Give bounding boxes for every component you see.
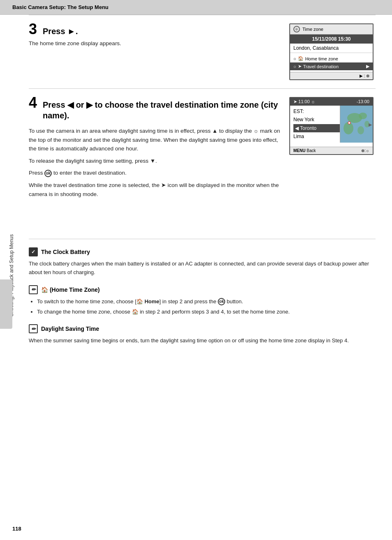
page-header: Basic Camera Setup: The Setup Menu xyxy=(0,0,392,15)
screen1-title: Time zone xyxy=(302,27,323,32)
circle-icon: ○ xyxy=(293,56,296,61)
note-daylight-body: When the summer saving time begins or en… xyxy=(29,337,376,345)
note-home-bullet-2: To change the home time zone, choose 🏠 i… xyxy=(37,308,376,316)
screen1-option-home: ○ 🏠 Home time zone xyxy=(290,55,373,62)
screen2-footer: MENU Back ⊕:☼ xyxy=(290,147,373,154)
screen2-city-lima: Lima xyxy=(293,134,304,139)
note-daylight-text: When the summer saving time begins or en… xyxy=(29,337,376,345)
note-home-timezone-body: To switch to the home time zone, choose … xyxy=(29,298,376,316)
page-number: 118 xyxy=(12,526,21,532)
note-daylight-heading: ✏ Daylight Saving Time xyxy=(29,324,376,333)
pencil-icon-1: ✏ xyxy=(29,285,38,294)
screen1-options: ○ 🏠 Home time zone ○ ➤ Travel destinatio… xyxy=(290,53,373,72)
svg-point-6 xyxy=(348,122,350,124)
step-4-body: To use the camera in an area where dayli… xyxy=(29,127,281,198)
screen1-city: London, Casablanca xyxy=(290,44,373,53)
note-daylight-saving: ✏ Daylight Saving Time When the summer s… xyxy=(29,324,376,345)
ok-btn-inline-1: ok xyxy=(218,298,225,305)
step-4-number: 4 xyxy=(29,95,37,110)
step-3-para: The home time zone display appears. xyxy=(29,39,281,48)
note-daylight-title: Daylight Saving Time xyxy=(41,325,99,332)
note-home-bullet-1: To switch to the home time zone, choose … xyxy=(37,298,376,306)
globe-icon: ⊕ xyxy=(293,26,300,32)
note-clock-battery: ✓ The Clock Battery The clock battery ch… xyxy=(29,247,376,277)
note-home-timezone-title: 🏠 (Home Time Zone) xyxy=(41,286,100,293)
svg-point-4 xyxy=(357,126,364,134)
arrow-icon: ➤ xyxy=(298,64,302,69)
notes-section: ✓ The Clock Battery The clock battery ch… xyxy=(29,239,376,362)
checkmark-icon: ✓ xyxy=(29,247,38,256)
step-3-body: The home time zone display appears. xyxy=(29,39,281,48)
note-home-timezone-list: To switch to the home time zone, choose … xyxy=(29,298,376,316)
step-3-section: 3 Press ►. The home time zone display ap… xyxy=(29,15,376,84)
note-clock-battery-title: The Clock Battery xyxy=(41,249,90,255)
svg-point-2 xyxy=(359,113,367,119)
map-svg xyxy=(340,106,373,143)
step-3-left: 3 Press ►. The home time zone display ap… xyxy=(29,23,281,51)
note-clock-battery-text: The clock battery charges when the main … xyxy=(29,260,376,277)
step-4-para3: Press ok to enter the travel destination… xyxy=(29,168,281,178)
option-home-label: Home time zone xyxy=(305,56,338,61)
screen1-date: 15/11/2008 15:30 xyxy=(290,35,373,44)
step-3-screen: ⊕ Time zone 15/11/2008 15:30 London, Cas… xyxy=(289,23,376,80)
header-title: Basic Camera Setup: The Setup Menu xyxy=(12,4,108,10)
note-home-timezone: ✏ 🏠 (Home Time Zone) To switch to the ho… xyxy=(29,285,376,316)
chevron-right-icon: ▶ xyxy=(366,64,369,69)
screen1-titlebar: ⊕ Time zone xyxy=(290,24,373,35)
note-home-timezone-heading: ✏ 🏠 (Home Time Zone) xyxy=(29,285,376,294)
step-4-screen: ➤ 11:00 ☼ -13:00 EST: New York ◀ Toronto… xyxy=(289,97,376,155)
screen2-body: EST: New York ◀ Toronto Lima xyxy=(290,106,373,147)
screen2-header-right: -13:00 xyxy=(357,99,369,104)
screen2-header-left: ➤ 11:00 ☼ xyxy=(293,99,315,104)
note-clock-battery-body: The clock battery charges when the main … xyxy=(29,260,376,277)
screen2-footer-right: ⊕:☼ xyxy=(361,148,369,153)
map-arrow-right-icon: ▶ xyxy=(369,122,372,127)
travel-screen: ➤ 11:00 ☼ -13:00 EST: New York ◀ Toronto… xyxy=(289,97,374,155)
ok-button-icon: ok xyxy=(44,170,52,177)
step-4-section: 4 Press ◀ or ▶ to choose the travel dest… xyxy=(29,88,376,206)
screen2-header: ➤ 11:00 ☼ -13:00 xyxy=(290,98,373,106)
step-4-para4: While the travel destination time zone i… xyxy=(29,181,281,198)
step-4-heading: Press ◀ or ▶ to choose the travel destin… xyxy=(43,99,281,121)
step-4-left: 4 Press ◀ or ▶ to choose the travel dest… xyxy=(29,97,281,202)
circle-icon-2: ○ xyxy=(293,64,296,69)
step-4-para2: To release the daylight saving time sett… xyxy=(29,157,281,166)
step-3-heading: Press ►. xyxy=(43,26,78,37)
screen2-est-label: EST: xyxy=(293,108,304,114)
step-3-number: 3 xyxy=(29,22,37,37)
screen2-map xyxy=(340,106,373,143)
screen2-footer-left: MENU Back xyxy=(293,148,316,153)
screen2-city-newyork: New York xyxy=(293,117,314,122)
step-4-para1: To use the camera in an area where dayli… xyxy=(29,127,281,153)
screen1-option-travel: ○ ➤ Travel destination ▶ xyxy=(290,62,373,70)
home-icon-1: 🏠 xyxy=(298,56,304,61)
timezone-screen: ⊕ Time zone 15/11/2008 15:30 London, Cas… xyxy=(289,23,374,80)
pencil-icon-2: ✏ xyxy=(29,324,38,333)
option-travel-label: Travel destination xyxy=(303,64,339,69)
screen1-footer-text: ▶ : ⊕ xyxy=(360,74,369,78)
screen1-footer: ▶ : ⊕ xyxy=(290,72,373,79)
note-clock-battery-heading: ✓ The Clock Battery xyxy=(29,247,376,256)
